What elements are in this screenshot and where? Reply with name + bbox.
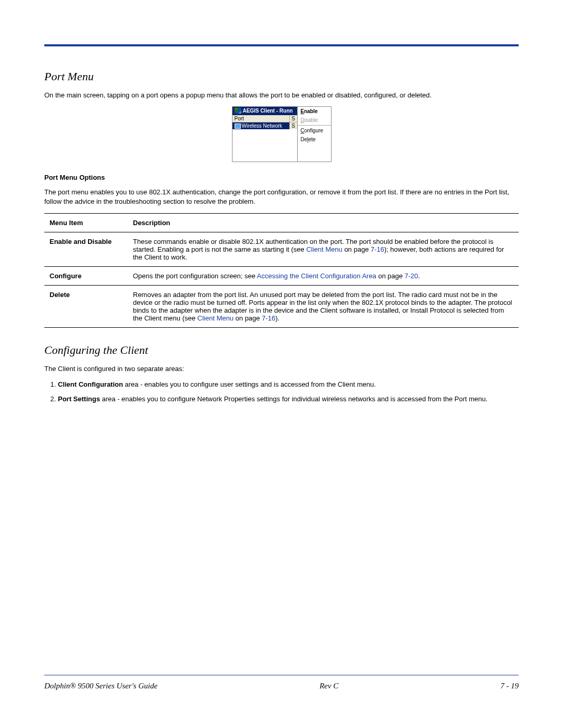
row-port-cell: Wireless Network (232, 122, 290, 129)
cell-item-configure: Configure (44, 266, 128, 285)
list-item-bold: Port Settings (58, 395, 100, 403)
link-client-menu[interactable]: Client Menu (306, 245, 342, 253)
windows-start-icon (235, 108, 241, 114)
port-menu-intro: On the main screen, tapping on a port op… (44, 91, 519, 100)
footer-left: Dolphin® 9500 Series User's Guide (44, 682, 157, 690)
menu-item-delete: Delete (298, 135, 331, 144)
list-item: Client Configuration area - enables you … (58, 380, 519, 389)
network-adapter-icon (235, 124, 241, 129)
heading-port-menu: Port Menu (44, 70, 519, 83)
screenshot-row-selected: Wireless Network S (232, 122, 297, 129)
context-menu: Enable Disable Configure Delete (297, 107, 331, 162)
heading-configuring-client: Configuring the Client (44, 343, 519, 357)
list-item-bold: Client Configuration (58, 380, 123, 388)
port-menu-options-intro: The port menu enables you to use 802.1X … (44, 188, 519, 206)
table-header-row: Menu Item Description (44, 213, 519, 232)
screenshot-column-headers: Port S (232, 115, 297, 122)
cell-item-enable-disable: Enable and Disable (44, 232, 128, 266)
menu-item-enable: Enable (298, 107, 331, 116)
screenshot-empty-area (232, 129, 297, 162)
screenshot-title-text: AEGIS Client - Runn (243, 108, 293, 114)
list-item-rest: area - enables you to configure Network … (100, 395, 488, 403)
col-head-s: S (290, 115, 297, 122)
screenshot-window: AEGIS Client - Runn Port S Wireless Netw… (232, 107, 297, 162)
th-menu-item: Menu Item (44, 213, 128, 232)
table-row: Configure Opens the port configuration s… (44, 266, 519, 285)
footer-right: 7 - 19 (500, 682, 519, 690)
cell-item-delete: Delete (44, 285, 128, 327)
cell-desc-delete: Removes an adapter from the port list. A… (128, 285, 519, 327)
th-description: Description (128, 213, 519, 232)
list-item-rest: area - enables you to configure user set… (123, 380, 376, 388)
link-page-7-16[interactable]: 7-16 (371, 245, 384, 253)
footer-center: Rev C (320, 682, 338, 690)
screenshot-titlebar: AEGIS Client - Runn (232, 107, 297, 115)
link-page-7-16-2[interactable]: 7-16 (262, 314, 275, 322)
footer-rule (44, 675, 519, 675)
options-table: Menu Item Description Enable and Disable… (44, 213, 519, 328)
menu-item-disable: Disable (298, 116, 331, 125)
aegis-screenshot: AEGIS Client - Runn Port S Wireless Netw… (232, 106, 332, 162)
configuring-client-intro: The Client is configured in two separate… (44, 364, 519, 374)
row-s-cell: S (290, 122, 297, 129)
top-rule (44, 44, 519, 46)
list-item: Port Settings area - enables you to conf… (58, 394, 519, 404)
link-client-menu-2[interactable]: Client Menu (198, 314, 234, 322)
row-port-text: Wireless Network (242, 123, 283, 129)
col-head-port: Port (232, 115, 290, 122)
table-row: Enable and Disable These commands enable… (44, 232, 519, 266)
page-footer: Dolphin® 9500 Series User's Guide Rev C … (44, 675, 519, 690)
cell-desc-enable-disable: These commands enable or disable 802.1X … (128, 232, 519, 266)
configuring-client-list: Client Configuration area - enables you … (44, 380, 519, 404)
menu-item-configure: Configure (298, 126, 331, 135)
cell-desc-configure: Opens the port configuration screen; see… (128, 266, 519, 285)
screenshot-container: AEGIS Client - Runn Port S Wireless Netw… (44, 106, 519, 162)
heading-port-menu-options: Port Menu Options (44, 174, 519, 181)
link-accessing-client-config[interactable]: Accessing the Client Configuration Area (257, 272, 376, 280)
menu-separator (298, 125, 331, 126)
link-page-7-20[interactable]: 7-20 (405, 272, 418, 280)
table-row: Delete Removes an adapter from the port … (44, 285, 519, 327)
